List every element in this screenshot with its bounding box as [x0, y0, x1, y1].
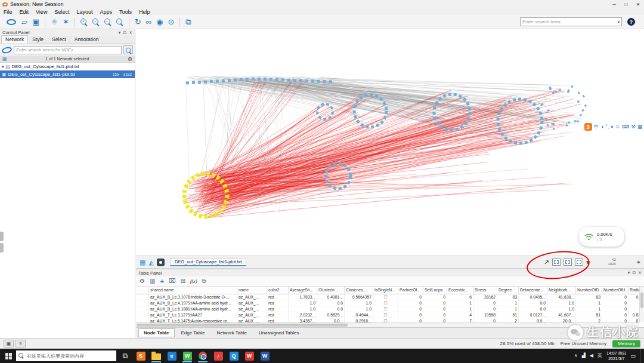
ndex-search-button[interactable]: [123, 45, 133, 54]
column-header-partnerof[interactable]: PartnerOf...: [398, 287, 423, 294]
refresh-icon[interactable]: ↻: [135, 18, 141, 26]
toolbar-search-input[interactable]: [522, 19, 617, 26]
edge-browser-icon[interactable]: e: [165, 349, 179, 362]
column-header-selfloops[interactable]: SelfLoops: [423, 287, 447, 294]
expander-icon[interactable]: ▾: [2, 64, 4, 69]
free-memory-link[interactable]: Free Unused Memory: [561, 341, 606, 346]
console-button[interactable]: ▣: [4, 340, 14, 347]
music-app-icon[interactable]: ♪: [211, 349, 225, 362]
table-row[interactable]: az_AUX_B_Lc.3.1078:indole-3-acetate O-..…: [136, 294, 639, 300]
ndex-search-input[interactable]: [14, 46, 122, 54]
attribute-gear-icon[interactable]: ⚙: [140, 278, 145, 284]
column-header-color2[interactable]: color2: [267, 287, 289, 294]
start-button[interactable]: [2, 349, 14, 362]
maximize-button[interactable]: □: [620, 0, 632, 8]
cytoscape-logo-icon[interactable]: [7, 19, 16, 25]
net-speed-widget[interactable]: 0.00K/s ↓ 0: [579, 227, 624, 247]
menu-layout[interactable]: Layout: [73, 9, 96, 15]
network-options-gear-icon[interactable]: ⚙: [128, 56, 132, 62]
ime-punct-icon[interactable]: °,: [605, 124, 609, 130]
volume-icon[interactable]: ◀: [590, 353, 593, 358]
taskbar-search-box[interactable]: [16, 350, 116, 361]
ime-mic-icon[interactable]: ♦: [611, 124, 613, 130]
column-header-blank[interactable]: [136, 287, 149, 294]
zoom-in-icon[interactable]: +: [80, 19, 88, 26]
menu-tools[interactable]: Tools: [116, 9, 135, 15]
tab-select[interactable]: Select: [48, 35, 70, 44]
panel-float-icon[interactable]: ⊡: [123, 30, 126, 35]
docked-panel-handle[interactable]: [0, 232, 4, 253]
column-header-closenes[interactable]: Closenes...: [345, 287, 373, 294]
office-word-icon[interactable]: W: [258, 349, 272, 362]
panel-menu-icon[interactable]: ▾: [119, 30, 121, 35]
search-dropdown-icon[interactable]: ▾: [618, 20, 620, 24]
ime-shape-icon[interactable]: ◑: [600, 124, 603, 130]
column-header-radiality[interactable]: Radiality: [628, 287, 639, 294]
ime-keyboard-icon[interactable]: ⌨: [622, 124, 629, 130]
qq-icon[interactable]: Q: [227, 349, 241, 362]
sogou-logo-icon[interactable]: S: [584, 123, 592, 131]
tab-annotation[interactable]: Annotation: [70, 35, 103, 44]
help-button[interactable]: ?: [627, 18, 635, 26]
panel-close-icon[interactable]: ✕: [129, 30, 132, 35]
title-bar[interactable]: Session: New Session ─ □ ✕: [0, 0, 644, 8]
apply-layout-icon[interactable]: ⚛: [51, 18, 58, 26]
network-tree-selected-row[interactable]: ▣ DEG_out_Cytoscape_list1-plot.txt 159 2…: [0, 70, 135, 78]
ime-mode-icon[interactable]: 中: [594, 124, 599, 130]
export-table-icon[interactable]: ⧉: [202, 278, 206, 284]
hidden-icons-chevron[interactable]: ∧: [574, 353, 578, 358]
network-tree-root-row[interactable]: ▾ ▤ DEG_out_Cytoscape_list1-plot.txt: [0, 63, 135, 70]
column-header-averagesh[interactable]: AverageSh...: [289, 287, 317, 294]
table-row[interactable]: az_AUX_T_Lc.5.1475:Auxin-responsive pr..…: [136, 318, 639, 322]
menu-select[interactable]: Select: [51, 9, 73, 15]
detail-dropdown-icon[interactable]: ▾: [586, 259, 590, 266]
table-tab-unassigned-tables[interactable]: Unassigned Tables: [253, 328, 304, 337]
show-hide-icon[interactable]: ⊙: [168, 18, 174, 26]
camera-export-icon[interactable]: [157, 259, 165, 266]
import-table-icon[interactable]: ⊞: [180, 278, 185, 284]
taskbar-clock[interactable]: 14:07 周日 2021/3/7: [606, 350, 626, 361]
birds-eye-view-icon[interactable]: ◭: [148, 259, 153, 266]
column-header-numberofu[interactable]: NumberOfU...: [602, 287, 628, 294]
column-header-clusterin[interactable]: Clusterin...: [317, 287, 345, 294]
export-view-icon[interactable]: ↗: [544, 259, 549, 266]
zoom-out-icon[interactable]: −: [92, 19, 100, 26]
column-header-neighborh[interactable]: Neighborh...: [547, 287, 576, 294]
column-header-numberofd[interactable]: NumberOfD...: [576, 287, 602, 294]
panel-close-icon[interactable]: ✕: [638, 270, 642, 275]
show-desktop-button[interactable]: [640, 349, 642, 363]
task-view-button[interactable]: ⧉: [118, 349, 132, 362]
zoom-selected-icon[interactable]: ·: [116, 19, 123, 26]
panel-menu-icon[interactable]: ▾: [628, 270, 630, 275]
close-button[interactable]: ✕: [632, 0, 644, 8]
column-header-stress[interactable]: Stress: [473, 287, 497, 294]
panel-float-icon[interactable]: ⊡: [632, 270, 636, 275]
menu-file[interactable]: File: [0, 9, 16, 15]
column-header-shared-name[interactable]: shared name: [149, 287, 237, 294]
menu-apps[interactable]: Apps: [96, 9, 116, 15]
find-network-icon[interactable]: ∞: [146, 18, 151, 26]
table-row[interactable]: az_AUX_B_Lc.6.1881:IAA-amino acid hydr..…: [136, 306, 639, 312]
layout-settings-icon[interactable]: ✶: [63, 18, 69, 26]
save-session-icon[interactable]: ▣: [32, 18, 39, 26]
view-frame-2-icon[interactable]: [564, 259, 572, 266]
table-row[interactable]: az_AUX_B_Lc.4.1979:IAA-amino acid hydr..…: [136, 300, 639, 306]
snapshot-icon[interactable]: ⧉: [185, 18, 191, 26]
table-tab-node-table[interactable]: Node Table: [138, 328, 175, 337]
column-header-issinglen[interactable]: IsSingleN...: [373, 287, 398, 294]
minimize-button[interactable]: ─: [608, 0, 620, 8]
zoom-fit-icon[interactable]: ▫: [104, 19, 112, 26]
table-row[interactable]: az_AUX_T_Lc.3.1279:IAA27az_AUX_...red2.0…: [136, 312, 639, 318]
menu-view[interactable]: View: [32, 9, 51, 15]
action-center-icon[interactable]: ▭: [630, 353, 636, 359]
tab-style[interactable]: Style: [28, 35, 48, 44]
function-builder-icon[interactable]: f(x): [190, 279, 197, 284]
pan-tool-icon[interactable]: ⌖: [637, 259, 640, 266]
column-header-degree[interactable]: Degree: [497, 287, 519, 294]
show-columns-icon[interactable]: ▥: [150, 278, 155, 284]
taskbar-search-input[interactable]: [27, 353, 110, 359]
table-vertical-scrollbar[interactable]: [639, 287, 644, 322]
table-tab-network-table[interactable]: Network Table: [211, 328, 252, 337]
memory-badge[interactable]: Memory: [612, 340, 640, 347]
add-column-icon[interactable]: +: [160, 278, 163, 285]
